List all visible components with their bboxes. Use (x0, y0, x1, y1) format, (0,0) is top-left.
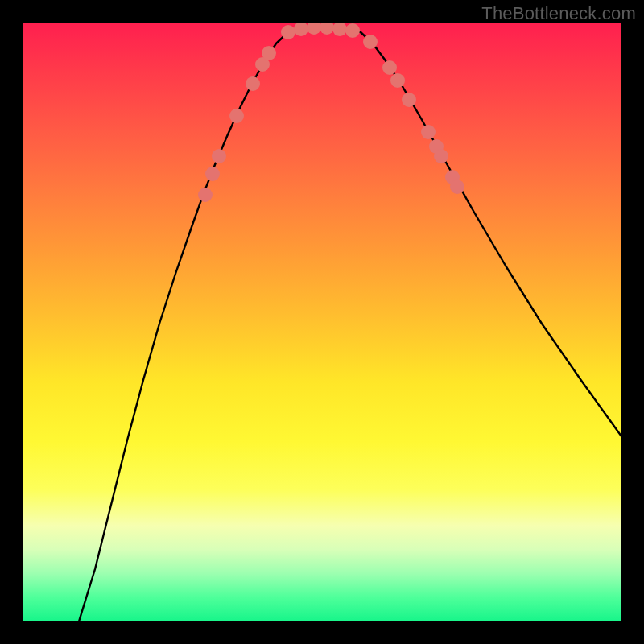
data-point (363, 35, 378, 49)
data-point (345, 23, 360, 38)
chart-frame: TheBottleneck.com (0, 0, 644, 644)
data-point (402, 93, 416, 107)
data-point (281, 25, 295, 39)
data-point (320, 23, 334, 35)
chart-plot-area (23, 23, 621, 621)
curve-group (79, 27, 621, 621)
data-point (212, 149, 226, 163)
watermark-label: TheBottleneck.com (481, 3, 636, 24)
chart-svg (23, 23, 621, 621)
data-point (450, 180, 464, 194)
data-point (390, 73, 405, 88)
marker-group (198, 23, 464, 202)
data-point (198, 188, 213, 202)
curve-right-curve (361, 32, 621, 436)
data-point (434, 149, 448, 163)
data-point (421, 125, 436, 139)
data-point (246, 76, 260, 91)
data-point (382, 60, 397, 75)
curve-left-curve (79, 32, 288, 621)
data-point (262, 46, 276, 60)
data-point (332, 23, 347, 36)
data-point (205, 167, 220, 181)
data-point (307, 23, 321, 35)
data-point (294, 23, 308, 36)
data-point (229, 109, 244, 123)
